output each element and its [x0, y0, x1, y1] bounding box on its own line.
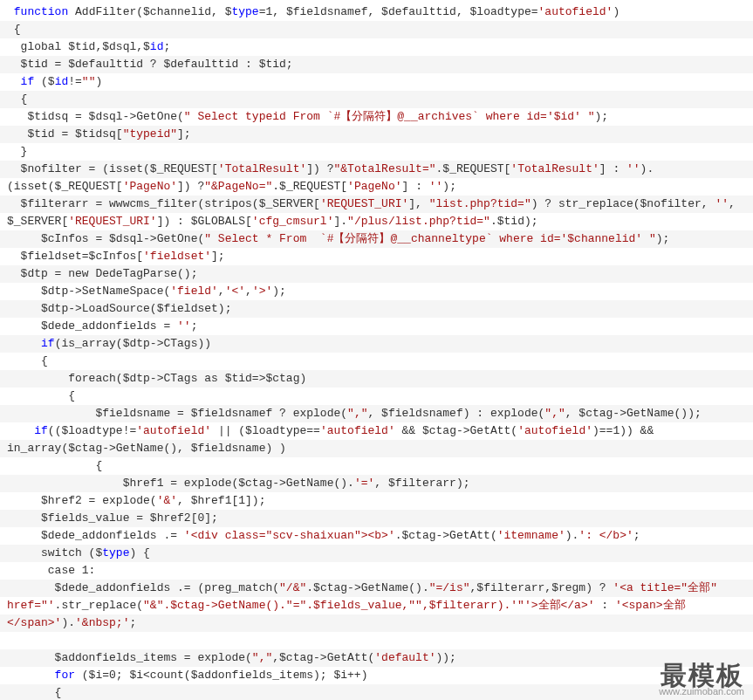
text-token: { [41, 354, 48, 367]
text-token: { [21, 93, 28, 106]
string-token: 'REQUEST_URI' [320, 197, 408, 210]
text-token: $href2 = explode( [41, 494, 157, 507]
code-line: $dede_addonfields .= '<div class="scv-sh… [0, 527, 753, 545]
text-token: .str_replace( [55, 599, 143, 612]
string-token: '<div class="scv-shaixuan"><b>' [184, 529, 395, 542]
text-token: .$ctag->GetName(). [306, 581, 428, 594]
string-token: 'itemname' [497, 529, 565, 542]
text-token: (($loadtype!= [48, 424, 136, 437]
string-token: 'autofield' [517, 424, 592, 437]
text-token: $fields_value = $href2[0]; [41, 511, 218, 525]
text-token: $fieldsname = $fieldsnamef ? explode( [95, 407, 347, 420]
string-token: 'autofield' [538, 5, 613, 18]
text-token: ). [640, 162, 654, 175]
string-token: '=' [354, 477, 374, 490]
string-token: "=/is" [429, 581, 470, 594]
text-token: ); [272, 285, 286, 298]
string-token: '&' [157, 494, 177, 507]
keyword-token: type [231, 5, 258, 18]
code-line: { [0, 353, 753, 370]
text-token: , $ctag->GetName()); [565, 407, 702, 420]
text-token: ]; [211, 250, 225, 263]
code-line: (isset($_REQUEST['PageNo']) ?"&PageNo=".… [0, 178, 753, 196]
text-token: case 1: [48, 564, 96, 577]
text-token: .$_REQUEST[ [436, 162, 511, 175]
text-token: , $filterarr); [374, 477, 469, 490]
string-token: ': </b>' [578, 529, 633, 542]
code-line: if(is_array($dtp->CTags)) [0, 335, 753, 353]
keyword-token: id [150, 40, 164, 53]
keyword-token: if [34, 424, 48, 437]
code-line: $addonfields_items = explode(",",$ctag->… [0, 649, 753, 667]
text-token: ]) ? [306, 162, 333, 175]
code-line: { [0, 21, 753, 38]
string-token: "," [252, 651, 272, 664]
code-line: { [0, 91, 753, 108]
code-line: for ($i=0; $i<count($addonfields_items);… [0, 667, 753, 684]
code-line: $_SERVER['REQUEST_URI']) : $GLOBALS['cfg… [0, 213, 753, 230]
string-token: '<' [225, 285, 245, 298]
text-token: )==1)) && [592, 424, 661, 437]
text-token: $fieldset=$cInfos[ [21, 250, 143, 263]
code-line [0, 632, 753, 649]
text-token: ], [408, 197, 428, 210]
code-line: { [0, 457, 753, 475]
text-token: ; [633, 529, 640, 542]
text-token: $href1 = explode($ctag->GetName(). [123, 477, 354, 490]
text-token: { [55, 686, 62, 699]
text-token: $tidsq = $dsql->GetOne( [27, 110, 183, 123]
text-token: )); [436, 651, 456, 664]
string-token: '' [626, 162, 640, 175]
string-token: "&".$ctag->GetName()."=".$fields_value,"… [143, 599, 524, 612]
code-line: $fields_value = $href2[0]; [0, 510, 753, 527]
code-line: if(($loadtype!='autofield' || ($loadtype… [0, 422, 753, 440]
code-line: href="'.str_replace("&".$ctag->GetName()… [0, 597, 753, 614]
text-token: : [595, 599, 615, 612]
keyword-token: id [55, 75, 69, 88]
text-token: (isset($_REQUEST[ [7, 180, 123, 193]
text-token: , [729, 197, 743, 210]
code-line: $fieldsname = $fieldsnamef ? explode(","… [0, 405, 753, 422]
string-token: "," [347, 407, 367, 420]
text-token: $dtp = new DedeTagParse(); [21, 267, 198, 280]
text-token: ); [656, 232, 670, 245]
code-line: $filterarr = wwwcms_filter(stripos($_SER… [0, 196, 753, 213]
text-token: ; [129, 616, 136, 629]
string-token: "," [544, 407, 565, 420]
keyword-token: type [102, 546, 129, 559]
text-token: AddFilter($channelid, $ [68, 5, 231, 18]
string-token: 'fieldset' [143, 250, 211, 263]
string-token: '' [429, 180, 443, 193]
code-line: $tid = $defaulttid ? $defaulttid : $tid; [0, 56, 753, 73]
text-token: foreach($dtp->CTags as $tid=>$ctag) [68, 372, 306, 385]
text-token: in_array($ctag->GetName(), $fieldsname) … [7, 442, 286, 455]
text-token: ) [613, 5, 620, 18]
text-token: , [218, 285, 225, 298]
text-token: ,$ctag->GetAtt( [272, 651, 374, 664]
text-token: { [68, 389, 75, 402]
code-line: function AddFilter($channelid, $type=1, … [0, 3, 753, 21]
string-token: 'TotalResult' [218, 162, 306, 175]
keyword-token: if [41, 337, 55, 350]
code-line: $href2 = explode('&', $href1[1]); [0, 492, 753, 510]
text-token: , $href1[1]); [177, 494, 265, 507]
text-token: ]) : $GLOBALS[ [157, 215, 252, 228]
code-line: switch ($type) { [0, 545, 753, 562]
code-line: { [0, 388, 753, 405]
text-token: $dede_addonfields = [41, 319, 177, 333]
code-line: </span>').'&nbsp;'; [0, 614, 753, 632]
string-token: "/&" [279, 581, 306, 594]
code-line: in_array($ctag->GetName(), $fieldsname) … [0, 440, 753, 457]
text-token: ; [191, 319, 198, 333]
text-token: $addonfields_items = explode( [55, 651, 252, 664]
text-token: .$tid); [490, 215, 538, 228]
text-token: ($ [34, 75, 54, 88]
text-token: $dede_addonfields .= (preg_match( [55, 581, 279, 594]
code-line: $dtp->SetNameSpace('field','<','>'); [0, 283, 753, 300]
string-token: 'default' [374, 651, 435, 664]
text-token: ); [595, 110, 609, 123]
text-token: $nofilter = (isset($_REQUEST[ [21, 162, 218, 175]
text-token: ; [163, 40, 170, 53]
string-token: '<a title="全部" [613, 581, 723, 594]
string-token: 'cfg_cmsurl' [252, 215, 334, 228]
